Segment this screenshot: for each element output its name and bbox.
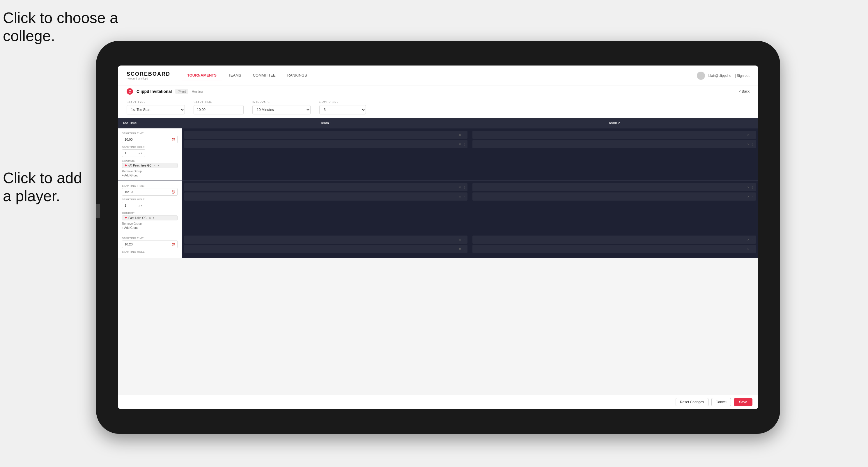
slot-expand-icon-3[interactable]: ⋮ — [751, 133, 754, 136]
slot-expand-icon-2[interactable]: ⋮ — [463, 143, 466, 146]
course-tag-2[interactable]: ⚑ East Lake GC ✕ ▼ — [122, 215, 178, 220]
team2-slot-2-2[interactable]: ✕ ⋮ — [472, 192, 756, 200]
course-name-2: East Lake GC — [128, 216, 147, 220]
nav-tabs: TOURNAMENTS TEAMS COMMITTEE RANKINGS — [182, 71, 697, 80]
start-type-label: Start Type — [127, 101, 185, 104]
logo-sub: Powered by clippd — [127, 77, 170, 80]
hosting-tag: Hosting — [192, 90, 203, 93]
team2-slot-1-2[interactable]: ✕ ⋮ — [472, 140, 756, 148]
back-button[interactable]: < Back — [739, 89, 749, 93]
sign-out-link[interactable]: | Sign out — [735, 74, 749, 78]
team1-slot-2-1[interactable]: ✕ ⋮ — [184, 183, 467, 191]
start-time-input[interactable] — [193, 105, 244, 115]
starting-hole-label-2: STARTING HOLE: — [122, 198, 178, 201]
starting-hole-input-2[interactable]: 1 ▲▼ — [122, 202, 145, 209]
slot-icon-8[interactable]: ⋮ — [463, 195, 466, 198]
start-time-group: Start Time — [193, 101, 244, 115]
slot-icon-20[interactable]: ⋮ — [751, 247, 754, 251]
annotation-college: Click to choose a college. — [3, 9, 118, 45]
tournament-name: Clippd Invitational — [136, 89, 172, 94]
course-name-1: (A) Peachtree GC — [128, 164, 151, 167]
team2-slot-3-2[interactable]: ✕ ⋮ — [472, 245, 756, 253]
team1-slot-2-2[interactable]: ✕ ⋮ — [184, 192, 467, 200]
team1-group-2: ✕ ⋮ ✕ ⋮ — [182, 181, 470, 233]
slot-expand-icon[interactable]: ⋮ — [463, 133, 466, 136]
slot-icon-7[interactable]: ✕ — [459, 195, 461, 198]
group-size-group: Group Size 3 — [319, 101, 366, 115]
slot-icon-14[interactable]: ⋮ — [463, 238, 466, 241]
course-tag-1[interactable]: ⚑ (A) Peachtree GC ✕ ▼ — [122, 163, 178, 168]
slot-icon-11[interactable]: ✕ — [747, 195, 749, 198]
table-header: Tee Time Team 1 Team 2 — [118, 118, 758, 128]
starting-time-input-2[interactable]: 10:10 ⏰ — [122, 188, 178, 196]
nav-tab-rankings[interactable]: RANKINGS — [282, 71, 312, 80]
nav-tab-teams[interactable]: TEAMS — [223, 71, 247, 80]
start-type-select[interactable]: 1st Tee Start — [127, 105, 185, 115]
slot-icon-13[interactable]: ✕ — [459, 238, 461, 241]
slot-icon-6[interactable]: ⋮ — [463, 186, 466, 189]
slot-icon-9[interactable]: ✕ — [747, 186, 749, 189]
group-left-2: STARTING TIME: 10:10 ⏰ STARTING HOLE: 1 … — [118, 181, 182, 233]
group-size-select[interactable]: 3 — [319, 105, 366, 115]
slot-expand-icon-4[interactable]: ⋮ — [751, 143, 754, 146]
group-left-3: STARTING TIME: 10:20 ⏰ STARTING HOLE: — [118, 233, 182, 258]
slot-close-icon-4[interactable]: ✕ — [747, 143, 749, 146]
clippd-logo: C — [127, 88, 133, 95]
slot-close-icon-3[interactable]: ✕ — [747, 133, 749, 136]
logo-title: SCOREBOARD — [127, 71, 170, 77]
team1-group-3: ✕ ⋮ ✕ ⋮ — [182, 233, 470, 258]
nav-tab-tournaments[interactable]: TOURNAMENTS — [182, 71, 222, 80]
tournament-tag: (Men) — [175, 89, 188, 94]
starting-time-input-3[interactable]: 10:20 ⏰ — [122, 241, 178, 248]
slot-close-icon-2[interactable]: ✕ — [459, 143, 461, 146]
slot-icon-18[interactable]: ⋮ — [751, 238, 754, 241]
slot-close-icon[interactable]: ✕ — [459, 133, 461, 136]
slot-icon-16[interactable]: ⋮ — [463, 247, 466, 251]
intervals-select[interactable]: 10 Minutes — [252, 105, 311, 115]
team2-slot-3-1[interactable]: ✕ ⋮ — [472, 236, 756, 244]
group-row-3: STARTING TIME: 10:20 ⏰ STARTING HOLE: ✕ … — [118, 233, 758, 258]
start-time-label: Start Time — [193, 101, 244, 104]
starting-hole-input-1[interactable]: 1 ▲▼ — [122, 149, 145, 157]
slot-icon-15[interactable]: ✕ — [459, 247, 461, 251]
course-clear-2[interactable]: ✕ — [149, 217, 151, 220]
slot-icon-10[interactable]: ⋮ — [751, 186, 754, 189]
header-right: blair@clippd.io | Sign out — [697, 72, 749, 80]
course-clear-1[interactable]: ✕ — [154, 164, 156, 167]
annotation-player: Click to add a player. — [3, 169, 82, 205]
remove-group-2[interactable]: Remove Group — [122, 222, 178, 225]
team2-group-3: ✕ ⋮ ✕ ⋮ — [470, 233, 758, 258]
app-header: SCOREBOARD Powered by clippd TOURNAMENTS… — [118, 65, 758, 86]
intervals-group: Intervals 10 Minutes — [252, 101, 311, 115]
cancel-button[interactable]: Cancel — [711, 398, 731, 406]
remove-group-1[interactable]: Remove Group — [122, 170, 178, 173]
start-type-group: Start Type 1st Tee Start — [127, 101, 185, 115]
col-tee-time: Tee Time — [118, 118, 182, 128]
team2-slot-2-1[interactable]: ✕ ⋮ — [472, 183, 756, 191]
course-expand-1[interactable]: ▼ — [157, 164, 159, 167]
col-team1: Team 1 — [182, 118, 470, 128]
col-team2: Team 2 — [470, 118, 758, 128]
team1-slot-1-2[interactable]: ✕ ⋮ — [184, 140, 467, 148]
slot-icon-12[interactable]: ⋮ — [751, 195, 754, 198]
save-button[interactable]: Save — [734, 398, 752, 406]
bottom-bar: Reset Changes Cancel Save — [118, 395, 758, 409]
team1-slot-3-2[interactable]: ✕ ⋮ — [184, 245, 467, 253]
tablet-side-button[interactable] — [96, 204, 100, 218]
team1-slot-1-1[interactable]: ✕ ⋮ — [184, 131, 467, 139]
course-icon-1: ⚑ — [125, 164, 127, 167]
team1-slot-3-1[interactable]: ✕ ⋮ — [184, 236, 467, 244]
slot-icon-5[interactable]: ✕ — [459, 186, 461, 189]
add-group-1[interactable]: + Add Group — [122, 174, 178, 177]
slot-icon-19[interactable]: ✕ — [747, 247, 749, 251]
form-controls: Start Type 1st Tee Start Start Time Inte… — [118, 97, 758, 118]
group-left-1: STARTING TIME: 10:00 ⏰ STARTING HOLE: 1 … — [118, 128, 182, 181]
nav-tab-committee[interactable]: COMMITTEE — [248, 71, 281, 80]
starting-time-label-2: STARTING TIME: — [122, 184, 178, 187]
team2-slot-1-1[interactable]: ✕ ⋮ — [472, 131, 756, 139]
slot-icon-17[interactable]: ✕ — [747, 238, 749, 241]
reset-button[interactable]: Reset Changes — [676, 398, 709, 406]
starting-time-input-1[interactable]: 10:00 ⏰ — [122, 136, 178, 143]
course-expand-2[interactable]: ▼ — [152, 217, 155, 219]
add-group-2[interactable]: + Add Group — [122, 226, 178, 229]
